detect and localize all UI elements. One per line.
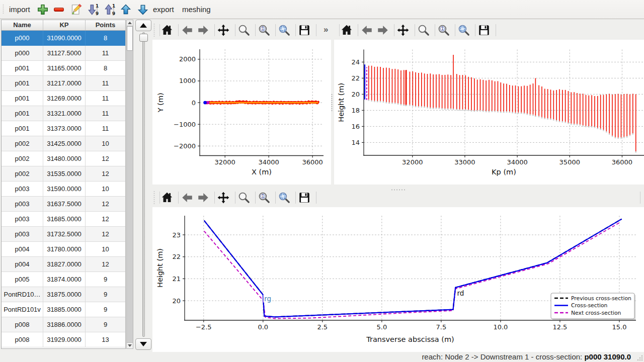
cell-points[interactable]: 12: [86, 257, 125, 272]
cell-kp[interactable]: 31685.0000: [43, 212, 86, 227]
scrollbar-thumb[interactable]: [127, 26, 133, 51]
table-row[interactable]: p00131217.000011: [2, 76, 125, 91]
cell-points[interactable]: 12: [86, 212, 125, 227]
zoom-one-to-one-button[interactable]: 1: [437, 24, 450, 37]
cell-points[interactable]: 11: [86, 121, 125, 136]
cell-kp[interactable]: 31875.0000: [43, 287, 86, 302]
edit-button[interactable]: [69, 3, 83, 16]
column-header-name[interactable]: Name: [2, 20, 43, 30]
back-button[interactable]: [360, 24, 373, 37]
window-resize-grip[interactable]: [636, 354, 643, 361]
pan-button[interactable]: [217, 24, 230, 37]
forward-button[interactable]: [197, 24, 210, 37]
zoom-button[interactable]: [417, 24, 430, 37]
cell-name[interactable]: p008: [2, 317, 43, 332]
zoom-to-rect-button[interactable]: [457, 24, 470, 37]
zoom-one-to-one-button[interactable]: 1: [258, 24, 271, 37]
cell-points[interactable]: 8: [86, 61, 125, 76]
cell-kp[interactable]: 31165.0000: [43, 61, 86, 76]
cell-kp[interactable]: 31480.0000: [43, 151, 86, 166]
cell-kp[interactable]: 31090.0000: [43, 31, 86, 46]
cell-name[interactable]: p003: [2, 227, 43, 242]
table-row[interactable]: p00131165.00008: [2, 61, 125, 76]
scrollbar-up-button[interactable]: [127, 20, 133, 26]
add-button[interactable]: [36, 3, 49, 16]
table-row[interactable]: p00231425.000010: [2, 136, 125, 151]
zoom-button[interactable]: [237, 24, 251, 37]
sort-ascending-button[interactable]: 19: [87, 3, 100, 16]
cell-kp[interactable]: 31885.0000: [43, 302, 86, 317]
zoom-one-to-one-button[interactable]: 1: [258, 191, 271, 204]
cell-points[interactable]: 12: [86, 151, 125, 166]
toolbar-drag-handle[interactable]: [2, 4, 5, 15]
cell-kp[interactable]: 31827.0000: [43, 257, 86, 272]
cell-name[interactable]: p004: [2, 257, 43, 272]
save-figure-button[interactable]: [298, 24, 311, 37]
toolbar-expand-button[interactable]: »: [324, 25, 328, 35]
cell-name[interactable]: p003: [2, 212, 43, 227]
toolbar-drag-handle[interactable]: [153, 191, 155, 205]
cell-name[interactable]: p000: [2, 46, 43, 61]
table-row[interactable]: p00231480.000012: [2, 151, 125, 166]
table-row[interactable]: p00131321.000011: [2, 106, 125, 121]
cell-points[interactable]: 9: [86, 317, 125, 332]
save-figure-button[interactable]: [298, 191, 311, 204]
cell-points[interactable]: 10: [86, 136, 125, 151]
table-row[interactable]: p00331637.500012: [2, 197, 125, 212]
column-header-kp[interactable]: KP: [43, 20, 86, 30]
toolbar-drag-handle[interactable]: [153, 23, 155, 37]
cell-name[interactable]: p004: [2, 242, 43, 257]
table-row[interactable]: p00331590.000010: [2, 182, 125, 197]
move-down-button[interactable]: [136, 3, 149, 16]
cell-kp[interactable]: 31929.0000: [43, 332, 86, 347]
cell-name[interactable]: p002: [2, 136, 43, 151]
export-menu[interactable]: export: [153, 0, 174, 19]
section-slider-groove[interactable]: [142, 32, 145, 337]
reset-home-button[interactable]: [340, 24, 353, 37]
sort-descending-button[interactable]: 19: [103, 3, 116, 16]
cell-kp[interactable]: 31217.0000: [43, 76, 86, 91]
section-next-button[interactable]: [135, 338, 151, 350]
table-row[interactable]: p00431827.000012: [2, 257, 125, 272]
cell-kp[interactable]: 31373.0000: [43, 121, 86, 136]
xy-plot-canvas[interactable]: 320003400036000200010000−1000−2000X (m)Y…: [152, 40, 331, 185]
cell-kp[interactable]: 31637.5000: [43, 197, 86, 212]
back-button[interactable]: [181, 191, 194, 204]
table-row[interactable]: PontRD101v31885.00009: [2, 302, 125, 317]
cell-points[interactable]: 11: [86, 91, 125, 106]
import-menu[interactable]: import: [9, 0, 30, 19]
vertical-splitter-grip[interactable]: [331, 94, 333, 112]
forward-button[interactable]: [376, 24, 389, 37]
table-row[interactable]: p00431780.000010: [2, 242, 125, 257]
table-scrollbar[interactable]: [126, 20, 133, 349]
table-row[interactable]: p00231535.000012: [2, 166, 125, 182]
cell-name[interactable]: p000: [2, 31, 43, 46]
section-previous-button[interactable]: [135, 20, 151, 31]
column-header-points[interactable]: Points: [86, 20, 125, 30]
cross-section-plot-canvas[interactable]: rgrdPrevious cross-sectionCross-sectionN…: [152, 207, 644, 352]
cell-kp[interactable]: 31127.5000: [43, 46, 86, 61]
cell-name[interactable]: p003: [2, 197, 43, 212]
cell-kp[interactable]: 31321.0000: [43, 106, 86, 121]
cell-name[interactable]: p002: [2, 151, 43, 166]
cell-name[interactable]: p001: [2, 106, 43, 121]
meshing-menu[interactable]: meshing: [182, 0, 211, 19]
cell-points[interactable]: 11: [86, 46, 125, 61]
cell-kp[interactable]: 31874.0000: [43, 272, 86, 287]
table-row[interactable]: p00131269.000011: [2, 91, 125, 106]
scrollbar-down-button[interactable]: [127, 342, 133, 348]
cell-name[interactable]: p001: [2, 91, 43, 106]
table-row[interactable]: p00031090.00008: [2, 31, 125, 46]
cell-name[interactable]: p001: [2, 76, 43, 91]
cell-points[interactable]: 8: [86, 31, 125, 46]
table-row[interactable]: p00831929.000013: [2, 332, 125, 347]
cell-points[interactable]: 11: [86, 106, 125, 121]
cell-kp[interactable]: 31780.0000: [43, 242, 86, 257]
pan-button[interactable]: [396, 24, 410, 37]
cell-points[interactable]: 13: [86, 332, 125, 347]
table-row[interactable]: p00831886.00009: [2, 317, 125, 332]
cell-kp[interactable]: 31886.0000: [43, 317, 86, 332]
table-row[interactable]: p00331732.500012: [2, 227, 125, 242]
save-figure-button[interactable]: [477, 24, 491, 37]
pan-button[interactable]: [217, 191, 230, 204]
